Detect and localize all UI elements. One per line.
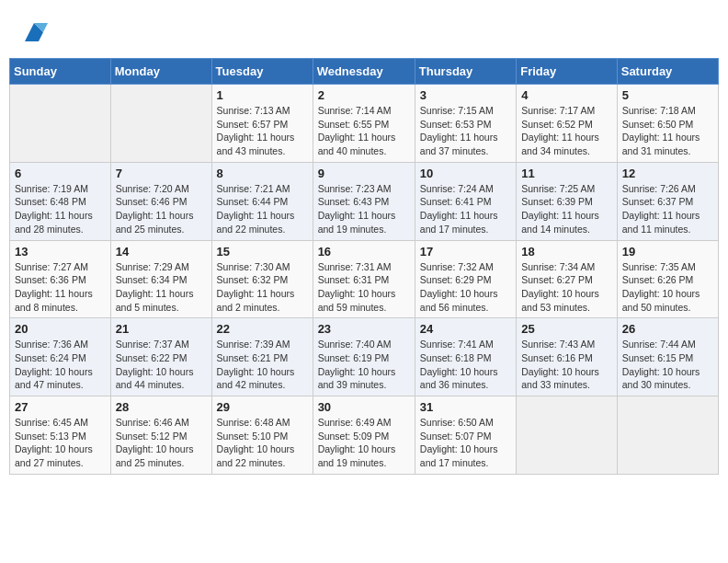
day-info: Sunrise: 7:37 AM Sunset: 6:22 PM Dayligh… — [116, 338, 207, 392]
calendar-day-cell: 22Sunrise: 7:39 AM Sunset: 6:21 PM Dayli… — [211, 318, 313, 396]
calendar-week-row: 13Sunrise: 7:27 AM Sunset: 6:36 PM Dayli… — [10, 240, 719, 318]
calendar-day-cell: 12Sunrise: 7:26 AM Sunset: 6:37 PM Dayli… — [617, 162, 718, 240]
calendar-day-cell — [110, 85, 211, 163]
calendar-day-cell: 7Sunrise: 7:20 AM Sunset: 6:46 PM Daylig… — [110, 162, 211, 240]
calendar-day-cell: 17Sunrise: 7:32 AM Sunset: 6:29 PM Dayli… — [415, 240, 516, 318]
day-info: Sunrise: 7:27 AM Sunset: 6:36 PM Dayligh… — [15, 260, 106, 315]
day-info: Sunrise: 7:26 AM Sunset: 6:37 PM Dayligh… — [622, 182, 713, 236]
day-info: Sunrise: 6:49 AM Sunset: 5:09 PM Dayligh… — [318, 416, 410, 470]
day-number: 9 — [318, 167, 410, 180]
calendar-day-cell: 2Sunrise: 7:14 AM Sunset: 6:55 PM Daylig… — [313, 85, 415, 163]
calendar-day-cell: 15Sunrise: 7:30 AM Sunset: 6:32 PM Dayli… — [211, 240, 313, 318]
calendar-day-cell: 28Sunrise: 6:46 AM Sunset: 5:12 PM Dayli… — [110, 396, 211, 475]
day-number: 15 — [217, 245, 308, 259]
day-number: 17 — [420, 245, 511, 259]
day-number: 11 — [521, 167, 612, 180]
day-number: 26 — [622, 322, 713, 336]
day-number: 31 — [420, 400, 511, 414]
day-number: 16 — [318, 245, 410, 259]
weekday-header-cell: Friday — [517, 59, 618, 85]
calendar-day-cell — [517, 396, 618, 475]
day-info: Sunrise: 7:34 AM Sunset: 6:27 PM Dayligh… — [521, 260, 612, 315]
calendar-day-cell — [10, 85, 111, 163]
calendar-week-row: 1Sunrise: 7:13 AM Sunset: 6:57 PM Daylig… — [10, 85, 719, 163]
day-info: Sunrise: 7:40 AM Sunset: 6:19 PM Dayligh… — [318, 338, 410, 392]
logo — [18, 18, 48, 46]
day-info: Sunrise: 7:21 AM Sunset: 6:44 PM Dayligh… — [217, 182, 308, 236]
day-number: 1 — [217, 88, 308, 102]
calendar-day-cell — [617, 396, 718, 475]
day-number: 25 — [521, 322, 612, 336]
calendar-day-cell: 9Sunrise: 7:23 AM Sunset: 6:43 PM Daylig… — [313, 162, 415, 240]
day-info: Sunrise: 7:41 AM Sunset: 6:18 PM Dayligh… — [420, 338, 511, 392]
calendar-day-cell: 19Sunrise: 7:35 AM Sunset: 6:26 PM Dayli… — [617, 240, 718, 318]
day-info: Sunrise: 6:48 AM Sunset: 5:10 PM Dayligh… — [217, 416, 308, 470]
day-number: 3 — [420, 88, 511, 102]
day-number: 22 — [217, 322, 308, 336]
day-number: 23 — [318, 322, 410, 336]
day-number: 24 — [420, 322, 511, 336]
day-info: Sunrise: 7:29 AM Sunset: 6:34 PM Dayligh… — [116, 260, 207, 315]
calendar-day-cell: 29Sunrise: 6:48 AM Sunset: 5:10 PM Dayli… — [211, 396, 313, 475]
weekday-header-cell: Sunday — [10, 59, 111, 85]
day-info: Sunrise: 7:15 AM Sunset: 6:53 PM Dayligh… — [420, 104, 511, 158]
weekday-header-row: SundayMondayTuesdayWednesdayThursdayFrid… — [10, 59, 719, 85]
calendar-day-cell: 1Sunrise: 7:13 AM Sunset: 6:57 PM Daylig… — [211, 85, 313, 163]
day-info: Sunrise: 6:50 AM Sunset: 5:07 PM Dayligh… — [420, 416, 511, 470]
weekday-header-cell: Monday — [110, 59, 211, 85]
day-info: Sunrise: 7:32 AM Sunset: 6:29 PM Dayligh… — [420, 260, 511, 315]
day-info: Sunrise: 7:39 AM Sunset: 6:21 PM Dayligh… — [217, 338, 308, 392]
day-number: 2 — [318, 88, 410, 102]
day-number: 27 — [15, 400, 106, 414]
day-info: Sunrise: 7:20 AM Sunset: 6:46 PM Dayligh… — [116, 182, 207, 236]
day-number: 19 — [622, 245, 713, 259]
calendar-day-cell: 3Sunrise: 7:15 AM Sunset: 6:53 PM Daylig… — [415, 85, 516, 163]
calendar-body: 1Sunrise: 7:13 AM Sunset: 6:57 PM Daylig… — [10, 85, 719, 475]
calendar-day-cell: 14Sunrise: 7:29 AM Sunset: 6:34 PM Dayli… — [110, 240, 211, 318]
calendar-day-cell: 11Sunrise: 7:25 AM Sunset: 6:39 PM Dayli… — [517, 162, 618, 240]
day-number: 4 — [521, 88, 612, 102]
day-info: Sunrise: 7:25 AM Sunset: 6:39 PM Dayligh… — [521, 182, 612, 236]
day-info: Sunrise: 7:36 AM Sunset: 6:24 PM Dayligh… — [15, 338, 106, 392]
calendar-day-cell: 27Sunrise: 6:45 AM Sunset: 5:13 PM Dayli… — [10, 396, 111, 475]
day-number: 30 — [318, 400, 410, 414]
day-number: 8 — [217, 167, 308, 180]
calendar-day-cell: 30Sunrise: 6:49 AM Sunset: 5:09 PM Dayli… — [313, 396, 415, 475]
calendar-day-cell: 4Sunrise: 7:17 AM Sunset: 6:52 PM Daylig… — [517, 85, 618, 163]
day-info: Sunrise: 7:23 AM Sunset: 6:43 PM Dayligh… — [318, 182, 410, 236]
calendar-week-row: 20Sunrise: 7:36 AM Sunset: 6:24 PM Dayli… — [10, 318, 719, 396]
weekday-header-cell: Wednesday — [313, 59, 415, 85]
day-number: 14 — [116, 245, 207, 259]
calendar-day-cell: 8Sunrise: 7:21 AM Sunset: 6:44 PM Daylig… — [211, 162, 313, 240]
day-number: 29 — [217, 400, 308, 414]
day-info: Sunrise: 7:24 AM Sunset: 6:41 PM Dayligh… — [420, 182, 511, 236]
day-number: 21 — [116, 322, 207, 336]
logo-icon — [20, 18, 48, 46]
calendar-week-row: 6Sunrise: 7:19 AM Sunset: 6:48 PM Daylig… — [10, 162, 719, 240]
day-number: 12 — [622, 167, 713, 180]
day-number: 18 — [521, 245, 612, 259]
day-info: Sunrise: 7:17 AM Sunset: 6:52 PM Dayligh… — [521, 104, 612, 158]
weekday-header-cell: Tuesday — [211, 59, 313, 85]
day-info: Sunrise: 7:31 AM Sunset: 6:31 PM Dayligh… — [318, 260, 410, 315]
calendar-table: SundayMondayTuesdayWednesdayThursdayFrid… — [9, 58, 719, 475]
calendar-day-cell: 24Sunrise: 7:41 AM Sunset: 6:18 PM Dayli… — [415, 318, 516, 396]
day-number: 20 — [15, 322, 106, 336]
day-number: 7 — [116, 167, 207, 180]
day-number: 28 — [116, 400, 207, 414]
calendar-day-cell: 10Sunrise: 7:24 AM Sunset: 6:41 PM Dayli… — [415, 162, 516, 240]
calendar-week-row: 27Sunrise: 6:45 AM Sunset: 5:13 PM Dayli… — [10, 396, 719, 475]
calendar-day-cell: 31Sunrise: 6:50 AM Sunset: 5:07 PM Dayli… — [415, 396, 516, 475]
day-info: Sunrise: 7:43 AM Sunset: 6:16 PM Dayligh… — [521, 338, 612, 392]
day-info: Sunrise: 6:45 AM Sunset: 5:13 PM Dayligh… — [15, 416, 106, 470]
calendar-day-cell: 13Sunrise: 7:27 AM Sunset: 6:36 PM Dayli… — [10, 240, 111, 318]
page-header — [9, 9, 719, 51]
calendar-day-cell: 23Sunrise: 7:40 AM Sunset: 6:19 PM Dayli… — [313, 318, 415, 396]
calendar-day-cell: 18Sunrise: 7:34 AM Sunset: 6:27 PM Dayli… — [517, 240, 618, 318]
day-info: Sunrise: 7:44 AM Sunset: 6:15 PM Dayligh… — [622, 338, 713, 392]
day-info: Sunrise: 7:19 AM Sunset: 6:48 PM Dayligh… — [15, 182, 106, 236]
weekday-header-cell: Saturday — [617, 59, 718, 85]
weekday-header-cell: Thursday — [415, 59, 516, 85]
day-info: Sunrise: 6:46 AM Sunset: 5:12 PM Dayligh… — [116, 416, 207, 470]
day-info: Sunrise: 7:14 AM Sunset: 6:55 PM Dayligh… — [318, 104, 410, 158]
